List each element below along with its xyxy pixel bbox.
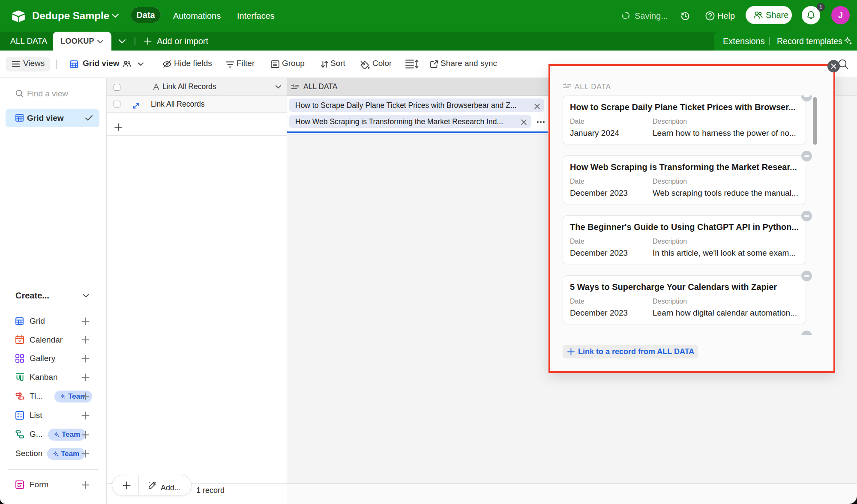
svg-text:31: 31 xyxy=(18,339,22,343)
